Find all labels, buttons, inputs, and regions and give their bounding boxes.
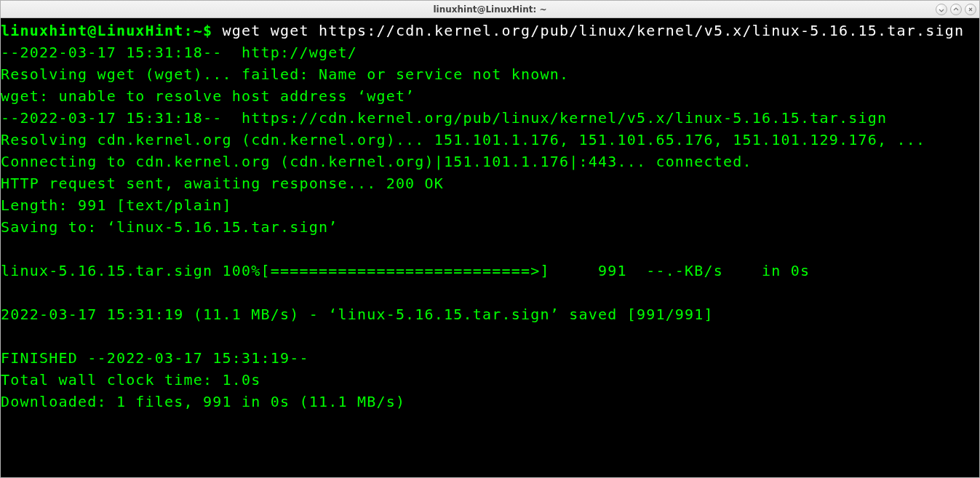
output-line: --2022-03-17 15:31:18-- http://wget/ bbox=[1, 44, 357, 61]
close-button[interactable] bbox=[965, 4, 976, 15]
window-controls bbox=[936, 4, 976, 15]
maximize-button[interactable] bbox=[950, 4, 962, 15]
output-line: wget: unable to resolve host address ‘wg… bbox=[1, 87, 415, 105]
output-line: Resolving cdn.kernel.org (cdn.kernel.org… bbox=[1, 131, 925, 148]
output-line: Saving to: ‘linux-5.16.15.tar.sign’ bbox=[1, 218, 338, 236]
titlebar: linuxhint@LinuxHint: ~ bbox=[1, 1, 979, 18]
output-line: linux-5.16.15.tar.sign 100%[============… bbox=[1, 262, 810, 279]
terminal-window: linuxhint@LinuxHint: ~ linuxhint@LinuxHi… bbox=[0, 0, 980, 478]
output-line: Length: 991 [text/plain] bbox=[1, 196, 232, 214]
output-line: Connecting to cdn.kernel.org (cdn.kernel… bbox=[1, 153, 752, 170]
command-text: wget wget https://cdn.kernel.org/pub/lin… bbox=[223, 22, 965, 39]
prompt-user-host: linuxhint@LinuxHint bbox=[1, 22, 184, 39]
output-line: Total wall clock time: 1.0s bbox=[1, 371, 261, 389]
output-line: 2022-03-17 15:31:19 (11.1 MB/s) - ‘linux… bbox=[1, 306, 714, 323]
output-line: --2022-03-17 15:31:18-- https://cdn.kern… bbox=[1, 109, 887, 127]
prompt-path: ~ bbox=[194, 22, 203, 39]
output-line: FINISHED --2022-03-17 15:31:19-- bbox=[1, 349, 309, 367]
minimize-button[interactable] bbox=[936, 4, 947, 15]
prompt-symbol: $ bbox=[203, 22, 212, 39]
prompt-separator: : bbox=[184, 22, 194, 39]
output-line: HTTP request sent, awaiting response... … bbox=[1, 175, 444, 192]
output-line: Resolving wget (wget)... failed: Name or… bbox=[1, 65, 569, 83]
terminal-area[interactable]: linuxhint@LinuxHint:~$ wget wget https:/… bbox=[1, 18, 979, 477]
window-title: linuxhint@LinuxHint: ~ bbox=[433, 4, 546, 15]
output-line: Downloaded: 1 files, 991 in 0s (11.1 MB/… bbox=[1, 393, 405, 410]
